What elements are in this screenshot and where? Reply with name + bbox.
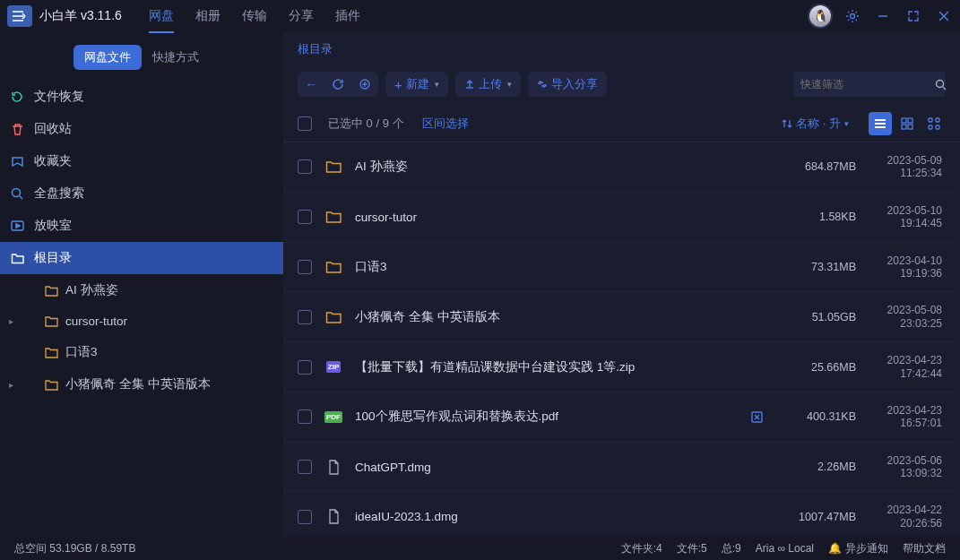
upload-button[interactable]: 上传▾: [455, 72, 521, 97]
top-tab-2[interactable]: 传输: [242, 1, 267, 31]
view-large[interactable]: [922, 112, 946, 135]
new-button[interactable]: +新建▾: [385, 72, 448, 97]
avatar[interactable]: 🐧: [809, 5, 831, 27]
top-tab-0[interactable]: 网盘: [149, 1, 174, 31]
view-list[interactable]: [869, 112, 892, 135]
file-name: 小猪佩奇 全集 中英语版本: [355, 309, 738, 325]
import-share-button[interactable]: 导入分享: [528, 72, 607, 97]
pdf-icon: PDF: [324, 408, 342, 426]
folder-count: 文件夹:4: [621, 541, 662, 556]
svg-point-4: [12, 188, 20, 196]
file-checkbox[interactable]: [298, 210, 312, 224]
top-tab-4[interactable]: 插件: [335, 1, 360, 31]
top-tab-3[interactable]: 分享: [289, 1, 314, 31]
caret-icon[interactable]: ▸: [9, 380, 18, 390]
svg-line-11: [943, 87, 946, 90]
sidebar-item-search[interactable]: 全盘搜索: [0, 177, 283, 210]
file-row[interactable]: ZIP 【批量下载】有道精品课数据中台建设实践 1等.zip 25.66MB 2…: [283, 342, 956, 392]
minimize-icon[interactable]: [874, 7, 892, 25]
file-checkbox[interactable]: [298, 360, 312, 375]
side-tab-0[interactable]: 网盘文件: [74, 45, 142, 70]
app-title: 小白羊 v3.11.6: [39, 8, 122, 24]
settings-icon[interactable]: [843, 7, 861, 25]
total-count: 总:9: [722, 541, 741, 556]
sidebar-item-folder[interactable]: 根目录: [0, 242, 283, 274]
tree-item-2[interactable]: 口语3: [0, 336, 283, 368]
svg-point-10: [937, 80, 944, 87]
folder-icon: [45, 379, 58, 391]
sidebar-tabs: 网盘文件快捷方式: [0, 45, 283, 70]
svg-rect-19: [929, 118, 932, 122]
target-button[interactable]: [351, 72, 378, 97]
menu-button[interactable]: [7, 5, 32, 27]
svg-line-5: [20, 196, 22, 199]
file-date: 2023-04-1019:19:36: [869, 254, 942, 280]
tree-item-0[interactable]: AI 孙燕姿: [0, 274, 283, 306]
sidebar-item-play[interactable]: 放映室: [0, 210, 283, 242]
sidebar-item-restore[interactable]: 文件恢复: [0, 81, 283, 113]
folder-icon: [45, 347, 58, 358]
top-tab-1[interactable]: 相册: [195, 1, 221, 31]
help-link[interactable]: 帮助文档: [903, 541, 946, 556]
file-row[interactable]: 小猪佩奇 全集 中英语版本 51.05GB 2023-05-0823:03:25: [283, 292, 956, 342]
back-button[interactable]: ←: [298, 72, 324, 97]
file-size: 25.66MB: [779, 361, 856, 374]
folder-icon: [9, 250, 25, 266]
file-row[interactable]: ChatGPT.dmg 2.26MB 2023-05-0613:09:32: [283, 443, 956, 493]
dmg-icon: [324, 508, 342, 526]
side-tab-1[interactable]: 快捷方式: [142, 45, 210, 70]
svg-rect-16: [908, 118, 912, 123]
search-box[interactable]: [793, 72, 946, 97]
folder-icon: [324, 258, 342, 276]
tree-item-1[interactable]: ▸cursor-tutor: [0, 306, 283, 336]
refresh-button[interactable]: [324, 72, 351, 97]
trash-icon: [9, 121, 25, 137]
toolbar: ← +新建▾ 上传▾ 导入分享: [283, 66, 960, 106]
file-checkbox[interactable]: [298, 310, 312, 324]
sidebar-item-trash[interactable]: 回收站: [0, 113, 283, 145]
close-icon[interactable]: [935, 7, 953, 25]
folder-icon: [324, 308, 342, 326]
file-checkbox[interactable]: [298, 159, 312, 174]
maximize-icon[interactable]: [904, 7, 922, 25]
file-name: 100个雅思写作观点词和替换表达.pdf: [355, 409, 738, 425]
svg-rect-22: [936, 125, 939, 129]
file-size: 1.58KB: [779, 211, 856, 223]
file-date: 2023-05-0911:25:34: [869, 154, 942, 180]
svg-rect-14: [875, 126, 886, 128]
aria-status[interactable]: Aria ∞ Local: [756, 542, 814, 555]
range-select[interactable]: 区间选择: [422, 116, 469, 132]
tree-item-3[interactable]: ▸小猪佩奇 全集 中英语版本: [0, 368, 283, 401]
top-tabs: 网盘相册传输分享插件: [149, 1, 360, 31]
file-checkbox[interactable]: [298, 460, 312, 474]
file-date: 2023-04-2317:42:44: [869, 354, 942, 380]
star-icon: [9, 153, 25, 169]
sidebar-item-star[interactable]: 收藏夹: [0, 145, 283, 177]
file-checkbox[interactable]: [298, 409, 312, 424]
breadcrumb[interactable]: 根目录: [283, 32, 960, 66]
file-row[interactable]: AI 孙燕姿 684.87MB 2023-05-0911:25:34: [283, 142, 956, 193]
select-all-checkbox[interactable]: [298, 116, 312, 131]
view-grid[interactable]: [895, 112, 919, 135]
file-date: 2023-05-1019:14:45: [869, 204, 942, 230]
search-icon: [9, 185, 25, 202]
file-checkbox[interactable]: [298, 510, 312, 524]
caret-icon[interactable]: ▸: [9, 316, 18, 326]
file-row[interactable]: ideaIU-2023.1.dmg 1007.47MB 2023-04-2220…: [283, 492, 956, 537]
search-icon[interactable]: [935, 79, 947, 90]
selection-info: 已选中 0 / 9 个: [328, 116, 404, 132]
folder-icon: [324, 158, 342, 176]
file-size: 1007.47MB: [779, 511, 856, 523]
file-name: ChatGPT.dmg: [355, 461, 738, 474]
file-row[interactable]: 口语3 73.31MB 2023-04-1019:19:36: [283, 243, 956, 293]
sort-control[interactable]: 名称 · 升 ▾: [782, 116, 849, 132]
search-input[interactable]: [800, 78, 935, 90]
file-row[interactable]: PDF 100个雅思写作观点词和替换表达.pdf 400.31KB 2023-0…: [283, 392, 956, 443]
svg-rect-13: [875, 123, 886, 125]
file-row[interactable]: cursor-tutor 1.58KB 2023-05-1019:14:45: [283, 193, 956, 243]
notify-status[interactable]: 🔔异步通知: [828, 541, 888, 556]
zip-icon: ZIP: [324, 358, 342, 376]
file-count: 文件:5: [677, 541, 707, 556]
file-checkbox[interactable]: [298, 260, 312, 274]
file-size: 2.26MB: [779, 461, 856, 473]
